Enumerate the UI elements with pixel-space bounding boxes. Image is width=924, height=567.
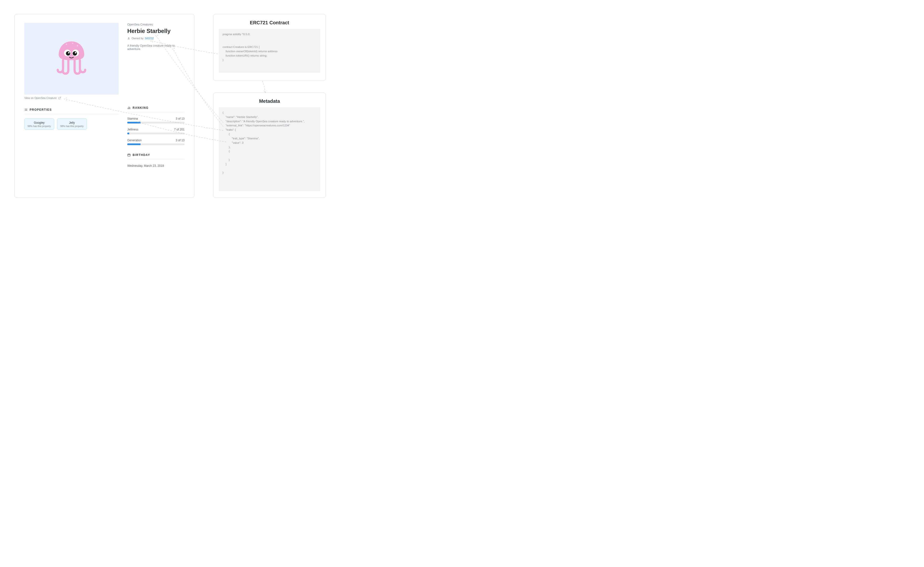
svg-point-7 (68, 52, 69, 53)
svg-point-8 (75, 52, 76, 53)
svg-rect-9 (128, 154, 130, 156)
nft-listing-card: View on OpenSea Creature PROPERTIES Goog… (14, 14, 194, 198)
contract-code: pragma solidity ^0.5.0; contract Creatur… (219, 29, 320, 73)
property-sub: 98% has this property (59, 125, 85, 128)
metadata-title: Metadata (219, 98, 320, 104)
ranking-list: Stamina3 of 13 Jelliness7 of 201 Generat… (127, 117, 184, 145)
ranking-value: 3 of 13 (176, 117, 184, 120)
ranking-bar (127, 143, 184, 145)
birthday-heading: BIRTHDAY (127, 153, 184, 159)
svg-point-6 (73, 51, 77, 56)
properties-heading: PROPERTIES (24, 108, 118, 114)
external-link-icon (58, 97, 61, 100)
property-card[interactable]: Googley 98% has this property (24, 118, 54, 130)
ranking-row: Generation3 of 13 (127, 139, 184, 145)
jellyfish-icon (56, 39, 87, 78)
nft-image (24, 23, 118, 94)
birthday-value: Wednesday, March 23, 2018 (127, 164, 184, 168)
view-on-opensea-link[interactable]: View on OpenSea Creature (24, 96, 118, 100)
svg-point-5 (66, 51, 70, 56)
collection-name[interactable]: OpenSea Creatures (127, 23, 184, 26)
ranking-bar-fill (127, 133, 129, 134)
property-card[interactable]: Jelly 98% has this property (57, 118, 87, 130)
property-name: Googley (26, 121, 52, 124)
bar-chart-icon (127, 106, 130, 110)
ranking-bar-fill (127, 143, 141, 145)
view-link-text: View on OpenSea Creature (24, 96, 57, 99)
listing-right-column: OpenSea Creatures Herbie Starbelly Owned… (127, 23, 184, 168)
property-name: Jelly (59, 121, 85, 124)
ranking-bar (127, 133, 184, 134)
ranking-heading: RANKING (127, 106, 184, 112)
item-title: Herbie Starbelly (127, 28, 184, 34)
birthday-heading-text: BIRTHDAY (133, 153, 150, 157)
ranking-bar (127, 122, 184, 123)
properties-heading-text: PROPERTIES (30, 108, 52, 111)
properties-list: Googley 98% has this property Jelly 98% … (24, 118, 118, 130)
ranking-row: Jelliness7 of 201 (127, 128, 184, 134)
contract-card: ERC721 Contract pragma solidity ^0.5.0; … (213, 14, 326, 81)
owned-by-label: Owned by (132, 37, 144, 40)
owner-line: Owned by 583232 (127, 37, 184, 40)
ranking-name: Generation (127, 139, 141, 142)
ranking-heading-text: RANKING (133, 106, 149, 110)
property-sub: 98% has this property (26, 125, 52, 128)
svg-point-2 (77, 45, 78, 46)
metadata-code: { "name": "Herbie Starbelly", "descripti… (219, 107, 320, 191)
svg-point-0 (66, 44, 67, 45)
ranking-bar-fill (127, 122, 141, 123)
ranking-value: 3 of 13 (176, 139, 184, 142)
listing-left-column: View on OpenSea Creature PROPERTIES Goog… (24, 23, 118, 168)
metadata-card: Metadata { "name": "Herbie Starbelly", "… (213, 92, 326, 198)
list-icon (24, 108, 28, 111)
contract-title: ERC721 Contract (219, 20, 320, 26)
ranking-name: Stamina (127, 117, 138, 120)
owner-link[interactable]: 583232 (145, 37, 154, 40)
calendar-icon (127, 153, 130, 157)
ranking-value: 7 of 201 (174, 128, 184, 131)
ranking-name: Jelliness (127, 128, 138, 131)
item-description: A friendly OpenSea creature ready to adv… (127, 44, 184, 51)
svg-point-1 (72, 43, 74, 44)
person-icon (127, 37, 130, 40)
ranking-row: Stamina3 of 13 (127, 117, 184, 123)
